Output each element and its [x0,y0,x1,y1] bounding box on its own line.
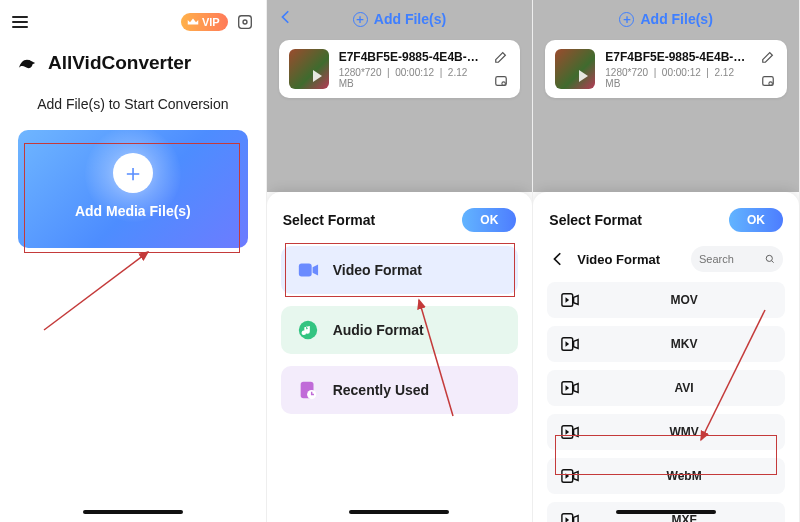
annotation-arrow [40,246,160,336]
svg-marker-21 [566,341,570,346]
file-card-actions [492,48,510,90]
svg-point-1 [243,20,247,24]
format-item-mov[interactable]: MOV [547,282,785,318]
category-recent-label: Recently Used [333,382,429,398]
file-card[interactable]: E7F4BF5E-9885-4E4B-… 1280*720 | 00:00:12… [545,40,787,98]
format-item-icon [561,468,579,484]
screen-select-format: ＋ Add File(s) E7F4BF5E-9885-4E4B-… 1280*… [267,0,534,522]
svg-line-15 [772,261,774,263]
svg-marker-29 [574,472,579,481]
audio-format-icon [297,319,319,341]
brand-name: AllVidConverter [48,52,191,74]
edit-icon[interactable] [759,48,777,66]
file-subline: 1280*720 | 00:00:12 | 2.12 MB [339,67,483,89]
search-input[interactable] [699,253,761,265]
svg-marker-30 [566,473,570,478]
svg-rect-12 [763,77,774,86]
category-video-format[interactable]: Video Format [281,246,519,294]
screen-home: VIP AllVidConverter Add File(s) to Start… [0,0,267,522]
brand-row: AllVidConverter [0,44,266,86]
format-item-wmv[interactable]: WMV [547,414,785,450]
plus-circle-icon: ＋ [619,12,634,27]
back-icon[interactable] [549,250,567,268]
svg-marker-27 [566,429,570,434]
svg-marker-24 [566,385,570,390]
dimmed-background: ＋ Add File(s) E7F4BF5E-9885-4E4B-… 1280*… [533,0,799,192]
ok-button[interactable]: OK [729,208,783,232]
add-files-header[interactable]: ＋ Add File(s) [267,0,533,38]
screen-video-format: ＋ Add File(s) E7F4BF5E-9885-4E4B-… 1280*… [533,0,800,522]
svg-marker-17 [574,296,579,305]
menu-icon[interactable] [12,16,28,28]
category-audio-format[interactable]: Audio Format [281,306,519,354]
format-sheet: Select Format OK Video Format MOVMKVAVIW… [533,192,799,522]
vip-badge[interactable]: VIP [181,13,228,31]
format-item-label: MOV [597,293,771,307]
format-item-webm[interactable]: WebM [547,458,785,494]
format-sheet: Select Format OK Video Format Audio Form… [267,192,533,522]
subheader: Video Format [547,246,785,282]
brand-logo [14,50,40,76]
file-subline: 1280*720 | 00:00:12 | 2.12 MB [605,67,749,89]
format-item-icon [561,292,579,308]
dimmed-background: ＋ Add File(s) E7F4BF5E-9885-4E4B-… 1280*… [267,0,533,192]
file-card[interactable]: E7F4BF5E-9885-4E4B-… 1280*720 | 00:00:12… [279,40,521,98]
home-indicator [616,510,716,514]
format-item-label: WMV [597,425,771,439]
add-files-label: Add File(s) [640,11,712,27]
svg-marker-7 [312,265,318,276]
sheet-header: Select Format OK [281,206,519,246]
category-recently-used[interactable]: Recently Used [281,366,519,414]
topbar: VIP [0,0,266,44]
topbar-right: VIP [181,13,254,31]
format-item-mkv[interactable]: MKV [547,326,785,362]
format-item-label: MXF [597,513,771,522]
svg-rect-0 [238,16,251,29]
format-item-label: AVI [597,381,771,395]
format-item-label: MKV [597,337,771,351]
format-item-icon [561,512,579,522]
svg-marker-33 [566,517,570,522]
back-icon[interactable] [279,10,293,24]
file-card-actions [759,48,777,90]
video-format-icon [297,259,319,281]
vip-label: VIP [202,16,220,28]
recently-used-icon [297,379,319,401]
svg-marker-23 [574,384,579,393]
add-media-card[interactable]: ＋ Add Media File(s) [18,130,248,248]
search-icon [765,253,775,265]
options-icon[interactable] [759,72,777,90]
file-meta: E7F4BF5E-9885-4E4B-… 1280*720 | 00:00:12… [339,50,483,89]
format-list: MOVMKVAVIWMVWebMMXF [547,282,785,522]
video-thumbnail [555,49,595,89]
file-meta: E7F4BF5E-9885-4E4B-… 1280*720 | 00:00:12… [605,50,749,89]
sheet-title: Select Format [283,212,376,228]
svg-rect-6 [298,264,311,277]
svg-marker-32 [574,516,579,523]
plus-circle-icon: ＋ [353,12,368,27]
add-media-label: Add Media File(s) [75,203,191,219]
search-field[interactable] [691,246,783,272]
ok-button[interactable]: OK [462,208,516,232]
sheet-header: Select Format OK [547,206,785,246]
add-files-label: Add File(s) [374,11,446,27]
svg-rect-4 [496,77,507,86]
settings-icon[interactable] [236,13,254,31]
svg-point-14 [766,255,772,261]
subtitle: Add File(s) to Start Conversion [0,86,266,130]
options-icon[interactable] [492,72,510,90]
category-video-label: Video Format [333,262,422,278]
edit-icon[interactable] [492,48,510,66]
svg-marker-26 [574,428,579,437]
crown-icon [187,17,199,27]
format-item-avi[interactable]: AVI [547,370,785,406]
add-files-header[interactable]: ＋ Add File(s) [533,0,799,38]
svg-line-3 [44,252,148,330]
format-item-label: WebM [597,469,771,483]
home-indicator [83,510,183,514]
format-item-icon [561,336,579,352]
sheet-title: Select Format [549,212,642,228]
file-name: E7F4BF5E-9885-4E4B-… [339,50,483,64]
svg-marker-18 [566,297,570,302]
video-thumbnail [289,49,329,89]
